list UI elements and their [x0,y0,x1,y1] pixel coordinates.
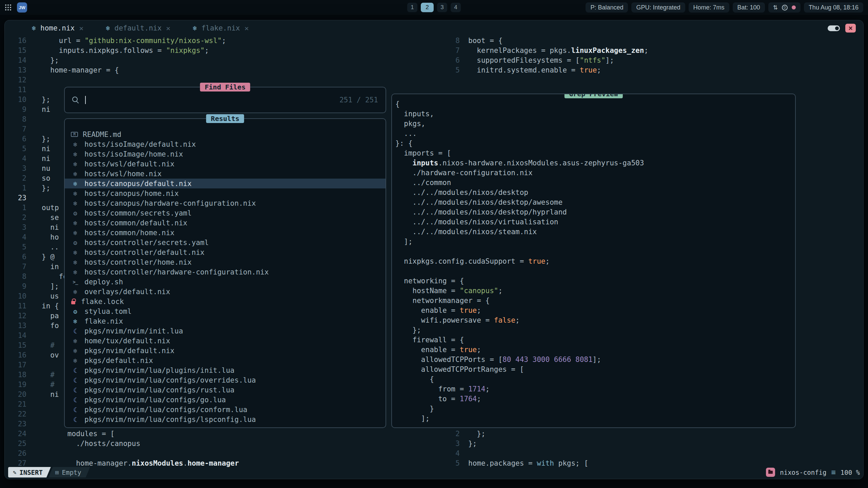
lua-icon [71,327,80,335]
file-path: hosts/controller/home.nix [84,258,192,266]
line-number: 14 [5,56,26,65]
result-row[interactable]: hosts/canopus/default.nix [65,179,386,188]
code-line: pkgs, [395,119,795,129]
find-files-title: Find Files [200,83,250,92]
line-number: 16 [5,36,26,46]
file-path: hosts/controller/default.nix [84,248,204,257]
nix-icon [71,229,80,237]
nix-icon [71,200,80,207]
code-line: inputs.nixos-hardware.nixosModules.asus-… [395,158,795,168]
line-number: 23 [5,419,26,429]
line-number: 14 [5,331,26,341]
workspace-button-2[interactable]: 2 [421,3,434,12]
tab-close-icon[interactable]: × [244,24,249,33]
result-row[interactable]: hosts/wsl/default.nix [65,159,386,169]
result-row[interactable]: pkgs/nvim/nvim/lua/configs/lspconfig.lua [65,414,386,424]
gpu-module: GPU: Integrated [631,2,685,13]
result-row[interactable]: hosts/controller/default.nix [65,247,386,257]
result-row[interactable]: hosts/common/secrets.yaml [65,208,386,218]
result-row[interactable]: home/tux/default.nix [65,336,386,346]
result-row[interactable]: hosts/isoImage/default.nix [65,139,386,149]
result-row[interactable]: README.md [65,129,386,139]
result-row[interactable]: hosts/controller/home.nix [65,257,386,267]
file-path: hosts/canopus/home.nix [84,189,179,198]
workspace-button-3[interactable]: 3 [437,3,447,12]
code-line: firewall = { [395,335,795,345]
line-number: 2 [5,213,26,223]
shield-icon: 0 [782,5,788,11]
workspace-switcher[interactable]: 1234 [407,3,461,12]
text-cursor [85,96,86,104]
result-row[interactable]: pkgs/nvim/nvim/init.lua [65,326,386,336]
result-row[interactable]: hosts/isoImage/home.nix [65,149,386,159]
line-number: 17 [5,360,26,370]
line-number: 24 [5,429,26,439]
tab-home-nix[interactable]: ❄ home.nix × [32,20,94,36]
nix-icon [71,180,80,187]
result-row[interactable]: pkgs/default.nix [65,355,386,365]
result-row[interactable]: flake.lock [65,297,386,306]
editor-area: 16 url = "github:nix-community/nixos-wsl… [5,36,863,479]
lines-icon: ≡ [831,468,836,476]
tab-flake-nix[interactable]: ❄ flake.nix × [193,20,259,36]
lock-icon [71,298,76,305]
file-path: pkgs/nvim/nvim/lua/configs/go.lua [84,396,226,404]
result-row[interactable]: stylua.toml [65,306,386,316]
tray-module: ⇅ 0 [768,2,801,13]
result-row[interactable]: deploy.sh [65,277,386,287]
editor-right-split-top[interactable]: 8boot = {7 kernelPackages = pkgs.linuxPa… [442,36,863,75]
file-path: hosts/canopus/default.nix [84,180,192,188]
code-line: ]; [395,237,795,247]
result-row[interactable]: pkgs/nvim/nvim/lua/plugins/init.lua [65,365,386,375]
file-path: overlays/default.nix [84,288,170,296]
result-row[interactable]: hosts/controller/hardware-configuration.… [65,267,386,277]
file-path: hosts/wsl/default.nix [84,160,175,168]
code-line [395,247,795,257]
result-row[interactable]: flake.nix [65,316,386,326]
tab-default-nix[interactable]: ❄ default.nix × [106,20,180,36]
code-line: ]; [395,414,795,424]
code-line: }: { [395,139,795,148]
line-number: 7 [5,124,26,134]
code-line: ../common [395,178,795,188]
code-line: 15 inputs.nixpkgs.follows = "nixpkgs"; [5,46,398,56]
result-row[interactable]: pkgs/nvim/nvim/lua/configs/overrides.lua [65,375,386,385]
file-path: hosts/isoImage/home.nix [84,150,183,158]
result-row[interactable]: overlays/default.nix [65,287,386,297]
nix-file-icon: ❄ [106,24,110,32]
code-line: { [395,99,795,109]
results-list[interactable]: README.mdhosts/isoImage/default.nixhosts… [65,119,386,427]
result-row[interactable]: hosts/common/home.nix [65,228,386,238]
workspace-button-1[interactable]: 1 [407,3,417,12]
nix-file-icon: ❄ [32,24,36,32]
result-row[interactable]: hosts/wsl/home.nix [65,169,386,179]
result-row[interactable]: hosts/canopus/hardware-configuration.nix [65,198,386,208]
lua-icon [71,386,80,394]
line-number: 6 [442,56,460,65]
workspace-button-4[interactable]: 4 [451,3,461,12]
logo-icon[interactable]: JW [17,2,27,13]
result-row[interactable]: pkgs/nvim/nvim/lua/configs/go.lua [65,395,386,405]
result-row[interactable]: hosts/canopus/home.nix [65,188,386,198]
recording-icon [792,5,796,9]
code-line: wifi.powersave = false; [395,316,795,325]
pin-toggle-icon[interactable] [828,25,840,31]
app-launcher-icon[interactable] [5,4,12,11]
line-number: 22 [5,409,26,419]
line-number: 6 [5,252,26,262]
result-row[interactable]: pkgs/nvim/default.nix [65,346,386,355]
result-row[interactable]: pkgs/nvim/nvim/lua/configs/rust.lua [65,385,386,395]
tab-close-icon[interactable]: × [79,24,83,33]
code-line: ../../modules/nixos/steam.nix [395,227,795,237]
sh-icon [71,279,80,285]
code-line: imports = [ [395,148,795,158]
tab-close-icon[interactable]: × [166,24,171,33]
nix-icon [71,150,80,158]
battery-module: Bat: 100 [733,2,765,13]
nix-icon [71,259,80,266]
code-line [395,266,795,276]
result-row[interactable]: hosts/controller/secrets.yaml [65,238,386,247]
result-row[interactable]: pkgs/nvim/nvim/lua/configs/conform.lua [65,405,386,414]
result-row[interactable]: hosts/common/default.nix [65,218,386,228]
window-close-button[interactable]: × [845,24,856,33]
